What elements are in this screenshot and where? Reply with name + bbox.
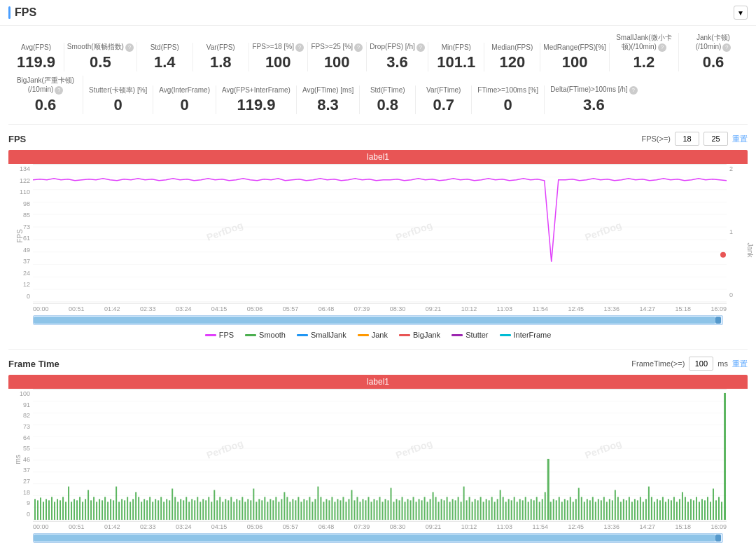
svg-rect-55	[110, 499, 111, 520]
ftime-chart-scrollbar[interactable]	[33, 533, 723, 543]
svg-rect-160	[405, 502, 406, 520]
fps-gte-label: FPS(>=)	[641, 134, 671, 143]
svg-rect-53	[104, 497, 106, 520]
svg-rect-166	[421, 500, 423, 520]
stat-avg-ftime: Avg(FTime) [ms] 8.3	[297, 85, 360, 114]
stat-ftime-100ms: FTime>=100ms [%] 0	[472, 85, 545, 114]
svg-rect-205	[528, 502, 529, 520]
svg-rect-132	[326, 499, 327, 520]
svg-rect-136	[337, 499, 338, 520]
svg-text:PerfDog: PerfDog	[205, 437, 245, 460]
svg-rect-193	[497, 499, 498, 520]
frametime-chart-section: Frame Time FrameTime(>=) ms 重置 label1 10…	[0, 351, 756, 545]
svg-rect-155	[391, 488, 392, 520]
big-jank-legend-item[interactable]: BigJank	[399, 331, 440, 339]
svg-rect-69	[149, 497, 150, 520]
big-jank-legend-label: BigJank	[413, 331, 440, 339]
svg-rect-51	[99, 499, 100, 520]
svg-rect-71	[155, 499, 156, 520]
svg-rect-145	[362, 499, 363, 520]
svg-rect-117	[284, 492, 285, 520]
svg-rect-146	[365, 500, 366, 520]
svg-rect-89	[205, 500, 206, 520]
info-icon: ?	[125, 43, 134, 52]
svg-rect-192	[494, 502, 496, 520]
svg-rect-236	[617, 497, 619, 520]
svg-rect-33	[48, 500, 50, 520]
fps-val2-input[interactable]	[704, 132, 728, 146]
frametime-chart-controls: FrameTime(>=) ms 重置	[631, 357, 748, 371]
info-icon-6: ?	[722, 43, 731, 52]
svg-rect-49	[93, 497, 94, 520]
svg-rect-266	[701, 499, 703, 520]
svg-rect-135	[334, 502, 335, 520]
svg-rect-54	[107, 502, 108, 520]
svg-rect-78	[174, 497, 176, 520]
svg-rect-245	[643, 502, 644, 520]
svg-rect-66	[141, 502, 142, 520]
stats-row-1: Avg(FPS) 119.9 Smooth(顺畅指数)? 0.5 Std(FPS…	[8, 33, 748, 71]
fps-chart-scrollbar[interactable]	[33, 315, 723, 325]
svg-rect-259	[682, 492, 683, 520]
stat-delta-ftime: Delta(FTime)>100ms [/h]? 3.6	[545, 85, 643, 114]
svg-rect-116	[281, 499, 282, 520]
stat-fps-25: FPS>=25 [%]? 100	[308, 42, 367, 71]
svg-rect-268	[707, 497, 708, 520]
svg-rect-105	[250, 500, 251, 520]
svg-rect-40	[68, 487, 69, 520]
svg-rect-158	[399, 500, 400, 520]
stat-std-ftime: Std(FTime) 0.8	[360, 85, 416, 114]
small-jank-legend-item[interactable]: SmallJank	[297, 331, 346, 339]
svg-rect-265	[699, 502, 700, 520]
svg-rect-237	[620, 502, 622, 520]
page-title: FPS	[8, 6, 36, 19]
svg-rect-246	[645, 499, 647, 520]
svg-rect-88	[202, 499, 204, 520]
svg-rect-101	[239, 500, 240, 520]
jank-legend-item[interactable]: Jank	[358, 331, 388, 339]
svg-rect-173	[441, 499, 442, 520]
svg-rect-97	[227, 500, 229, 520]
svg-rect-244	[640, 497, 641, 520]
svg-rect-154	[388, 500, 389, 520]
svg-rect-165	[419, 499, 420, 520]
svg-rect-191	[491, 497, 493, 520]
svg-rect-207	[533, 500, 535, 520]
fps-chart-header: FPS FPS(>=) 重置	[8, 132, 748, 146]
svg-rect-65	[138, 497, 139, 520]
svg-rect-75	[166, 499, 167, 520]
svg-rect-63	[132, 499, 134, 520]
fps-reset-button[interactable]: 重置	[732, 134, 748, 144]
svg-rect-56	[113, 500, 114, 520]
svg-rect-267	[704, 500, 706, 520]
svg-rect-112	[270, 499, 271, 520]
interframe-legend-label: InterFrame	[514, 331, 552, 339]
svg-rect-171	[435, 497, 437, 520]
svg-rect-243	[637, 500, 638, 520]
fps-val1-input[interactable]	[675, 132, 699, 146]
stat-smooth: Smooth(顺畅指数)? 0.5	[64, 42, 137, 71]
collapse-button[interactable]: ▼	[734, 6, 748, 20]
svg-rect-60	[124, 500, 125, 520]
stat-fps-18: FPS>=18 [%]? 100	[249, 42, 308, 71]
svg-rect-43	[76, 500, 78, 520]
svg-rect-228	[595, 502, 596, 520]
svg-rect-167	[424, 497, 426, 520]
svg-rect-271	[715, 500, 717, 520]
svg-rect-175	[447, 497, 448, 520]
ftime-y-axis-label: ms	[14, 455, 22, 464]
stat-drop-fps: Drop(FPS) [/h]? 3.6	[367, 42, 429, 71]
svg-rect-263	[693, 500, 694, 520]
ftime-reset-button[interactable]: 重置	[732, 359, 748, 369]
svg-rect-37	[59, 500, 61, 520]
svg-rect-144	[359, 502, 360, 520]
svg-rect-131	[323, 502, 324, 520]
stat-stutter: Stutter(卡顿率) [%] 0	[83, 85, 153, 114]
small-jank-legend-label: SmallJank	[311, 331, 346, 339]
ftime-val-input[interactable]	[689, 357, 713, 371]
interframe-legend-item[interactable]: InterFrame	[500, 331, 552, 339]
smooth-legend-item[interactable]: Smooth	[245, 331, 286, 339]
svg-rect-48	[90, 500, 92, 520]
fps-legend-item[interactable]: FPS	[205, 331, 234, 339]
stutter-legend-item[interactable]: Stutter	[451, 331, 488, 339]
